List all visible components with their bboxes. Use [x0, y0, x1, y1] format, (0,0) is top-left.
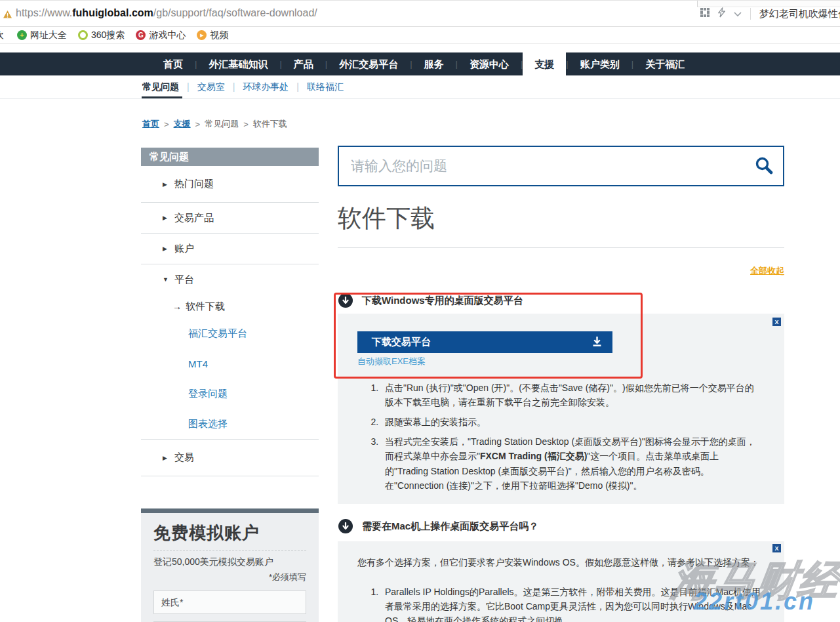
nav-item-3[interactable]: 外汇交易平台	[327, 52, 410, 75]
sidebar-item-label: 福汇交易平台	[188, 327, 247, 340]
url-text[interactable]: https://www.fuhuiglobal.com/gb/support/f…	[16, 7, 317, 19]
chevron-down-icon[interactable]	[734, 8, 742, 20]
search-button[interactable]	[745, 147, 783, 185]
sidebar-item-3[interactable]: ▼平台	[141, 264, 319, 295]
auto-exe-link[interactable]: 自动撷取EXE档案	[357, 356, 426, 367]
video-icon: ▶	[197, 30, 207, 40]
bookmark-item-0[interactable]: 欢	[0, 30, 6, 41]
close-icon[interactable]: X	[772, 318, 781, 326]
nav-item-4[interactable]: 服务	[412, 52, 456, 75]
sidebar-item-5[interactable]: 福汇交易平台	[141, 318, 319, 348]
subnav-item-1[interactable]: 交易室	[190, 76, 233, 97]
search-icon	[754, 156, 774, 177]
bookmark-item-3[interactable]: G游戏中心	[136, 30, 186, 41]
breadcrumb-separator: >	[195, 119, 201, 129]
toolbar-news-text[interactable]: 梦幻老司机吹爆性优	[759, 8, 840, 20]
url-path: /gb/support/faq/software-download/	[153, 7, 317, 18]
chevron-down-icon: ▼	[163, 276, 171, 283]
breadcrumb-item-3: 软件下载	[253, 118, 287, 130]
download-platform-button[interactable]: 下载交易平台	[357, 331, 612, 353]
step-text: Parallels IP Holdings的Parallels。这是第三方软件，…	[385, 587, 761, 622]
instruction-step: 点击"Run (执行)"或"Open (开)"。(不要点击"Save (储存)"…	[381, 381, 757, 409]
sidebar-item-7[interactable]: 登录问题	[141, 379, 319, 409]
bookmark-item-1[interactable]: +网址大全	[17, 30, 67, 41]
nav-item-8[interactable]: 关于福汇	[633, 52, 696, 75]
form-title: 免费模拟账户	[153, 522, 306, 545]
sidebar-item-9[interactable]: ▶交易	[141, 440, 319, 476]
bookmark-label: 360搜索	[91, 30, 125, 41]
breadcrumb: 首页>支援>常见问题>软件下载	[142, 118, 287, 130]
sidebar-item-4[interactable]: →软件下载	[141, 295, 319, 318]
sidebar-item-label: 软件下载	[186, 301, 225, 313]
bookmarks-bar: 欢+网址大全360搜索G游戏中心▶视频	[0, 27, 840, 44]
faq-search-box	[338, 146, 784, 186]
close-icon[interactable]: X	[772, 544, 781, 552]
sidebar-item-label: 交易产品	[174, 212, 214, 224]
bookmark-item-2[interactable]: 360搜索	[78, 30, 125, 41]
sidebar-item-0[interactable]: ▶热门问题	[141, 166, 319, 203]
breadcrumb-item-2: 常见问题	[205, 118, 239, 130]
mac-steps-list: Parallels IP Holdings的Parallels。这是第三方软件，…	[369, 585, 762, 622]
chevron-right-icon: ▶	[163, 181, 171, 188]
instruction-step: Parallels IP Holdings的Parallels。这是第三方软件，…	[381, 585, 762, 622]
toolbar-divider	[750, 8, 751, 20]
green-plus-icon: +	[17, 30, 27, 40]
faq-sidebar: 常见问题 ▶热门问题▶交易产品▶账户▼平台→软件下载福汇交易平台MT4登录问题图…	[141, 148, 319, 476]
main-navigation: 首页|外汇基础知识|产品|外汇交易平台|服务|资源中心|支援|账户类别|关于福汇	[0, 52, 840, 75]
subnav-item-3[interactable]: 联络福汇	[299, 76, 351, 97]
accordion-header-mac[interactable]: 需要在Mac机上操作桌面版交易平台吗？	[338, 519, 538, 533]
breadcrumb-item-1[interactable]: 支援	[174, 118, 191, 130]
bookmark-label: 欢	[0, 30, 4, 41]
sidebar-item-label: 平台	[174, 274, 194, 286]
download-icon	[591, 336, 603, 348]
subnav-item-0[interactable]: 常见问题	[142, 76, 187, 97]
demo-account-form: 免费模拟账户 登记50,000美元模拟交易账户 *必须填写	[141, 508, 319, 622]
breadcrumb-separator: >	[243, 119, 249, 129]
sidebar-item-label: 登录问题	[188, 388, 228, 400]
nav-item-7[interactable]: 账户类别	[569, 52, 631, 75]
url-domain: fuhuiglobal.com	[72, 7, 153, 18]
accordion-title: 需要在Mac机上操作桌面版交易平台吗？	[362, 520, 538, 533]
step-text: 跟随萤幕上的安装指示。	[385, 417, 486, 427]
download-button-label: 下载交易平台	[372, 336, 431, 348]
step-text: FXCM Trading (福汇交易)	[480, 451, 587, 461]
nav-item-0[interactable]: 首页	[151, 52, 195, 75]
download-arrow-circle-icon	[338, 519, 353, 533]
accordion-header-windows[interactable]: 下载Windows专用的桌面版交易平台	[338, 293, 523, 308]
bookmark-label: 网址大全	[30, 30, 67, 41]
form-subtitle: 登记50,000美元模拟交易账户	[153, 556, 306, 568]
lightning-icon[interactable]	[718, 7, 725, 20]
breadcrumb-item-0[interactable]: 首页	[142, 118, 159, 130]
bookmark-item-4[interactable]: ▶视频	[197, 30, 228, 41]
search-input[interactable]	[339, 147, 745, 185]
qr-grid-icon[interactable]	[700, 8, 710, 20]
sidebar-item-2[interactable]: ▶账户	[141, 234, 319, 264]
nav-item-2[interactable]: 产品	[282, 52, 325, 75]
accordion-body-mac: X 您有多个选择方案，但它们要求客户安装Windows OS。假如您愿意这样做，…	[338, 541, 784, 622]
sidebar-item-label: 交易	[174, 451, 194, 464]
mac-intro-text: 您有多个选择方案，但它们要求客户安装Windows OS。假如您愿意这样做，请参…	[357, 557, 770, 569]
nav-item-6[interactable]: 支援	[523, 52, 566, 75]
form-required-note: *必须填写	[153, 571, 306, 583]
title-divider	[338, 247, 784, 248]
last-name-field[interactable]	[153, 591, 306, 614]
mac-instructions: Parallels IP Holdings的Parallels。这是第三方软件，…	[369, 585, 762, 622]
sidebar-item-1[interactable]: ▶交易产品	[141, 203, 319, 234]
accordion-title: 下载Windows专用的桌面版交易平台	[362, 295, 523, 307]
sidebar-item-8[interactable]: 图表选择	[141, 409, 319, 440]
chevron-right-icon: ▶	[163, 245, 171, 252]
subnav-item-2[interactable]: 环球办事处	[235, 76, 296, 97]
site-security-warning-icon[interactable]	[3, 10, 12, 22]
chevron-right-icon: ▶	[163, 455, 171, 461]
nav-item-1[interactable]: 外汇基础知识	[197, 52, 279, 75]
arrow-right-icon: →	[172, 301, 181, 312]
windows-steps-list: 点击"Run (执行)"或"Open (开)"。(不要点击"Save (储存)"…	[369, 381, 757, 493]
chevron-right-icon: ▶	[163, 215, 171, 221]
nav-item-5[interactable]: 资源中心	[458, 52, 521, 75]
sidebar-item-label: 热门问题	[174, 178, 214, 190]
sub-navigation: 常见问题|交易室|环球办事处|联络福汇	[142, 75, 351, 98]
url-scheme: https://www.	[16, 7, 72, 18]
collapse-all-link[interactable]: 全部收起	[750, 265, 784, 277]
sidebar-item-6[interactable]: MT4	[141, 348, 319, 379]
browser-address-bar[interactable]: https://www.fuhuiglobal.com/gb/support/f…	[0, 0, 840, 27]
